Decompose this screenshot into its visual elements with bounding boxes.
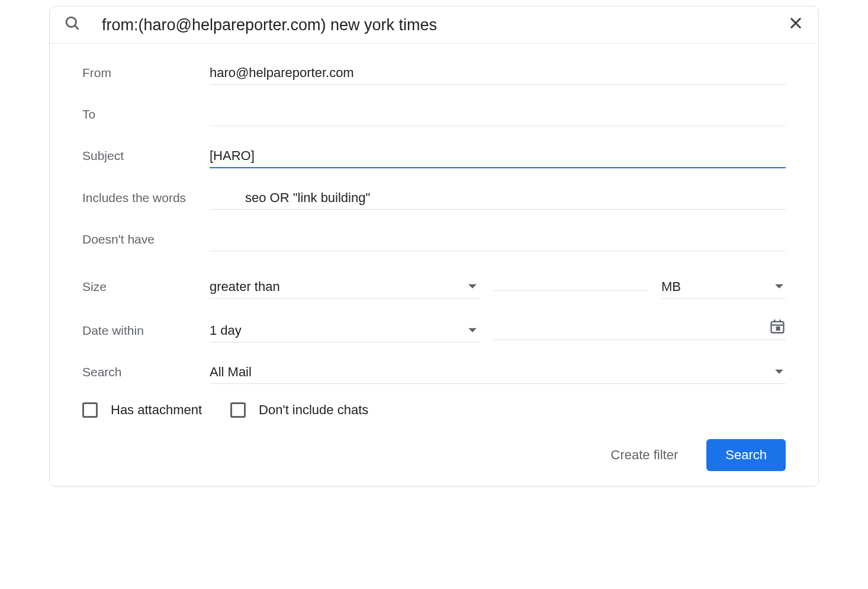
subject-row: Subject xyxy=(82,145,786,168)
search-scope-label: Search xyxy=(82,365,210,379)
includes-row: Includes the words xyxy=(82,187,786,210)
size-row: Size greater than MB xyxy=(82,270,786,299)
checkbox-row: Has attachment Don't include chats xyxy=(82,402,786,418)
date-picker-input[interactable] xyxy=(493,317,786,340)
close-icon[interactable] xyxy=(787,15,804,35)
size-unit-select[interactable]: MB xyxy=(661,276,786,299)
size-comparator-select[interactable]: greater than xyxy=(210,276,479,299)
doesnt-have-label: Doesn't have xyxy=(82,232,210,247)
size-comparator-value: greater than xyxy=(210,279,280,294)
search-filter-panel: From To Subject Includes the words Doesn xyxy=(49,6,819,486)
subject-label: Subject xyxy=(82,149,210,163)
from-label: From xyxy=(82,66,210,80)
advanced-filter-panel: From To Subject Includes the words Doesn xyxy=(50,44,818,486)
chevron-down-icon xyxy=(775,364,783,380)
size-label: Size xyxy=(82,280,210,294)
svg-rect-8 xyxy=(777,327,780,330)
svg-point-0 xyxy=(66,17,76,27)
checkbox-icon xyxy=(82,402,98,418)
search-input[interactable] xyxy=(102,16,766,34)
no-chats-checkbox[interactable]: Don't include chats xyxy=(230,402,368,418)
date-range-select[interactable]: 1 day xyxy=(210,319,479,342)
subject-input[interactable] xyxy=(210,145,786,168)
search-scope-value: All Mail xyxy=(210,364,252,380)
doesnt-have-input[interactable] xyxy=(210,228,786,251)
has-attachment-checkbox[interactable]: Has attachment xyxy=(82,402,202,418)
chevron-down-icon xyxy=(775,279,783,294)
doesnt-have-row: Doesn't have xyxy=(82,228,786,251)
button-row: Create filter Search xyxy=(82,439,786,471)
to-row: To xyxy=(82,103,786,126)
search-scope-row: Search All Mail xyxy=(82,361,786,384)
search-icon xyxy=(64,15,81,35)
create-filter-button[interactable]: Create filter xyxy=(606,440,683,470)
chevron-down-icon xyxy=(468,323,477,338)
search-bar xyxy=(50,7,818,44)
search-scope-select[interactable]: All Mail xyxy=(210,361,786,384)
from-input[interactable] xyxy=(210,62,786,85)
date-range-value: 1 day xyxy=(210,323,242,338)
to-label: To xyxy=(82,107,210,121)
no-chats-label: Don't include chats xyxy=(259,402,368,418)
has-attachment-label: Has attachment xyxy=(111,402,202,418)
size-value-input[interactable] xyxy=(493,270,647,291)
date-row: Date within 1 day xyxy=(82,317,786,342)
chevron-down-icon xyxy=(468,279,477,294)
to-input[interactable] xyxy=(210,103,786,126)
date-label: Date within xyxy=(82,324,210,338)
includes-input[interactable] xyxy=(210,187,786,210)
svg-line-1 xyxy=(75,25,78,29)
search-button[interactable]: Search xyxy=(706,439,786,471)
calendar-icon[interactable] xyxy=(769,318,786,338)
checkbox-icon xyxy=(230,402,246,418)
from-row: From xyxy=(82,62,786,85)
size-unit-value: MB xyxy=(661,279,681,294)
